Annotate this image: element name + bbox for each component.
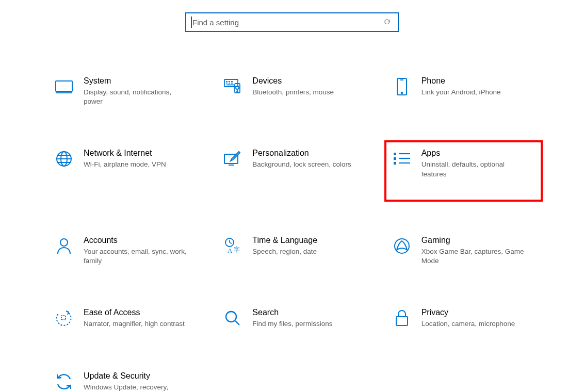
tile-desc: Your accounts, email, sync, work, family bbox=[84, 247, 192, 266]
svg-rect-27 bbox=[394, 162, 396, 165]
tile-title: Time & Language bbox=[252, 236, 317, 245]
search-tile-icon bbox=[223, 309, 242, 328]
svg-rect-40 bbox=[396, 317, 408, 325]
tile-title: Search bbox=[252, 308, 332, 317]
tile-title: Personalization bbox=[252, 149, 351, 158]
ease-of-access-icon bbox=[55, 309, 73, 328]
gaming-icon bbox=[393, 237, 411, 255]
tile-ease-of-access[interactable]: Ease of Access Narrator, magnifier, high… bbox=[52, 305, 200, 332]
svg-point-13 bbox=[236, 86, 239, 89]
svg-point-31 bbox=[60, 239, 68, 246]
tile-gaming[interactable]: Gaming Xbox Game Bar, captures, Game Mod… bbox=[390, 233, 538, 269]
phone-icon bbox=[393, 77, 411, 96]
tile-desc: Uninstall, defaults, optional features bbox=[421, 160, 530, 178]
tile-time-language[interactable]: A 字 Time & Language Speech, region, date bbox=[220, 233, 368, 269]
tile-title: Network & Internet bbox=[84, 149, 166, 158]
tile-system[interactable]: System Display, sound, notifications, po… bbox=[52, 73, 200, 109]
svg-text:A: A bbox=[228, 247, 233, 254]
svg-point-38 bbox=[226, 312, 236, 322]
svg-point-17 bbox=[401, 92, 402, 94]
tile-title: Update & Security bbox=[84, 371, 192, 381]
tile-desc: Speech, region, date bbox=[252, 247, 317, 256]
tile-privacy[interactable]: Privacy Location, camera, microphone bbox=[390, 305, 538, 332]
tile-desc: Bluetooth, printers, mouse bbox=[252, 88, 334, 97]
apps-icon bbox=[393, 150, 411, 168]
tile-title: Accounts bbox=[84, 236, 192, 245]
text-caret bbox=[191, 17, 192, 28]
settings-grid: System Display, sound, notifications, po… bbox=[26, 73, 558, 392]
tile-title: Devices bbox=[252, 76, 334, 86]
tile-title: Phone bbox=[421, 76, 501, 86]
tile-desc: Link your Android, iPhone bbox=[421, 88, 501, 97]
tile-title: System bbox=[84, 76, 192, 86]
tile-desc: Background, lock screen, colors bbox=[252, 160, 351, 169]
search-area bbox=[26, 0, 558, 73]
search-box[interactable] bbox=[185, 12, 399, 32]
tile-update-security[interactable]: Update & Security Windows Update, recove… bbox=[52, 368, 200, 392]
tile-desc: Windows Update, recovery, backup bbox=[84, 383, 192, 392]
tile-phone[interactable]: Phone Link your Android, iPhone bbox=[390, 73, 538, 109]
tile-desc: Wi-Fi, airplane mode, VPN bbox=[84, 160, 166, 169]
devices-icon bbox=[223, 77, 242, 96]
svg-line-39 bbox=[235, 321, 239, 325]
tile-apps[interactable]: Apps Uninstall, defaults, optional featu… bbox=[390, 145, 538, 196]
tile-desc: Location, camera, microphone bbox=[421, 319, 515, 329]
globe-icon bbox=[55, 150, 73, 168]
tile-desc: Display, sound, notifications, power bbox=[84, 88, 192, 106]
tile-title: Gaming bbox=[421, 236, 530, 245]
tile-title: Ease of Access bbox=[84, 308, 185, 317]
search-icon bbox=[382, 19, 393, 26]
svg-rect-2 bbox=[56, 81, 72, 91]
svg-point-0 bbox=[384, 19, 389, 24]
system-icon bbox=[55, 77, 73, 96]
tile-desc: Narrator, magnifier, high contrast bbox=[84, 319, 185, 329]
svg-rect-25 bbox=[394, 153, 396, 155]
search-input[interactable] bbox=[191, 18, 382, 27]
time-language-icon: A 字 bbox=[223, 237, 242, 255]
tile-desc: Xbox Game Bar, captures, Game Mode bbox=[421, 247, 530, 266]
svg-text:字: 字 bbox=[234, 246, 240, 253]
svg-rect-26 bbox=[394, 157, 396, 160]
tile-personalization[interactable]: Personalization Background, lock screen,… bbox=[220, 145, 368, 196]
tile-desc: Find my files, permissions bbox=[252, 319, 332, 329]
tile-network[interactable]: Network & Internet Wi-Fi, airplane mode,… bbox=[52, 145, 200, 196]
svg-point-14 bbox=[237, 91, 238, 92]
svg-line-34 bbox=[230, 242, 232, 243]
tile-title: Privacy bbox=[421, 308, 515, 317]
tile-title: Apps bbox=[421, 149, 530, 158]
personalization-icon bbox=[223, 150, 242, 168]
update-icon bbox=[55, 372, 73, 391]
tile-devices[interactable]: Devices Bluetooth, printers, mouse bbox=[220, 73, 368, 109]
tile-accounts[interactable]: Accounts Your accounts, email, sync, wor… bbox=[52, 233, 200, 269]
accounts-icon bbox=[55, 237, 73, 255]
tile-search[interactable]: Search Find my files, permissions bbox=[220, 305, 368, 332]
lock-icon bbox=[393, 309, 411, 328]
